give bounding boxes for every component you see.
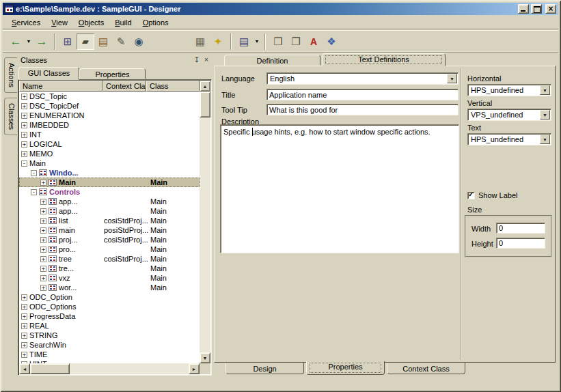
tree-row-list[interactable]: +listcosiStdProj...Main: [19, 216, 200, 225]
menu-item-services[interactable]: Services: [6, 16, 46, 29]
expand-toggle-icon[interactable]: +: [21, 342, 27, 348]
dock-tab-classes[interactable]: Classes: [4, 98, 17, 135]
chevron-down-icon[interactable]: [540, 110, 550, 120]
tree-row-int[interactable]: +INT: [19, 130, 200, 139]
tree-row-main[interactable]: +mainposiStdProj...Main: [19, 225, 200, 235]
expand-toggle-icon[interactable]: +: [21, 323, 27, 329]
tree-row-dsc-topic[interactable]: +DSC_Topic: [19, 92, 200, 101]
expand-toggle-icon[interactable]: +: [21, 94, 27, 100]
expand-toggle-icon[interactable]: +: [40, 247, 46, 253]
title-bar[interactable]: e:\Sample\Sample.dev : SampleGUI - Desig…: [3, 3, 558, 15]
back-button[interactable]: ←: [7, 33, 25, 50]
tree-row-vxz[interactable]: +vxzMain: [19, 273, 200, 283]
tree-row-progressdata[interactable]: +ProgressData: [19, 311, 200, 321]
tab-text-definitions[interactable]: Text Definitions: [322, 53, 446, 66]
expand-toggle-icon[interactable]: +: [40, 199, 46, 205]
tree-row-time[interactable]: +TIME: [19, 350, 200, 359]
expand-toggle-icon[interactable]: +: [21, 333, 27, 339]
expand-toggle-icon[interactable]: +: [21, 113, 27, 119]
width-input[interactable]: [496, 223, 545, 234]
menu-item-view[interactable]: View: [46, 16, 73, 29]
menu-item-options[interactable]: Options: [137, 16, 174, 29]
expand-toggle-icon[interactable]: +: [21, 352, 27, 358]
expand-toggle-icon[interactable]: +: [40, 285, 46, 291]
menu-item-build[interactable]: Build: [109, 16, 137, 29]
window-list-dropdown[interactable]: ▼: [253, 33, 261, 50]
tree-row-app[interactable]: +app...Main: [19, 197, 200, 206]
expand-toggle-icon[interactable]: -: [31, 189, 37, 195]
hierarchy-view-button[interactable]: ⊞: [59, 33, 77, 50]
tree-row-imbedded[interactable]: +IMBEDDED: [19, 120, 200, 130]
expand-toggle-icon[interactable]: +: [40, 237, 46, 243]
language-select[interactable]: English: [266, 72, 459, 85]
tooltip-input[interactable]: [266, 104, 459, 115]
expand-toggle-icon[interactable]: +: [21, 304, 27, 310]
tree-row-pro[interactable]: +pro...Main: [19, 244, 200, 254]
tree-row-odc-option[interactable]: +ODC_Option: [19, 292, 200, 302]
checkbox-icon[interactable]: [467, 192, 475, 199]
expand-toggle-icon[interactable]: +: [21, 141, 27, 148]
tree-row-main[interactable]: +MainMain: [19, 178, 200, 187]
expand-toggle-icon[interactable]: +: [21, 151, 27, 157]
expand-toggle-icon[interactable]: +: [40, 208, 46, 214]
expand-toggle-icon[interactable]: +: [40, 275, 46, 281]
scroll-left-button[interactable]: [19, 363, 30, 374]
cards-button[interactable]: ▦: [191, 33, 209, 50]
expand-toggle-icon[interactable]: +: [40, 227, 46, 234]
expand-toggle-icon[interactable]: +: [40, 218, 46, 224]
palette-button[interactable]: ❖: [323, 33, 340, 50]
height-input[interactable]: [496, 238, 545, 249]
forward-button[interactable]: →: [33, 33, 51, 50]
tree-row-proj[interactable]: +proj...cosiStdProj...Main: [19, 235, 200, 244]
show-label-checkbox[interactable]: Show Label: [467, 191, 518, 199]
expand-toggle-icon[interactable]: +: [21, 313, 27, 320]
tree-row-string[interactable]: +STRING: [19, 331, 200, 340]
edit-document-button[interactable]: ✎: [112, 33, 130, 50]
tree-row-tree[interactable]: +treecosiStdProj...Main: [19, 254, 200, 264]
horizontal-scrollbar-thumb[interactable]: [30, 363, 70, 374]
tab-design[interactable]: Design: [225, 363, 304, 374]
close-button[interactable]: [545, 4, 556, 14]
tree-row-odc-options[interactable]: +ODC_Options: [19, 302, 200, 311]
expand-toggle-icon[interactable]: +: [21, 103, 27, 109]
tab-gui-classes[interactable]: GUI Classes: [18, 67, 79, 80]
vertical-scrollbar[interactable]: [200, 81, 210, 363]
minimize-button[interactable]: [518, 4, 529, 14]
horizontal-scrollbar[interactable]: [19, 363, 200, 374]
tab-properties[interactable]: Properties: [79, 68, 146, 79]
expand-toggle-icon[interactable]: +: [21, 122, 27, 128]
tree-row-windo[interactable]: -Windo...: [19, 168, 200, 178]
column-header-name[interactable]: Name: [19, 81, 102, 92]
vertical-scrollbar-thumb[interactable]: [200, 92, 210, 117]
close-panel-icon[interactable]: ×: [202, 55, 211, 64]
column-header-class[interactable]: Class: [146, 81, 200, 92]
expand-toggle-icon[interactable]: -: [21, 160, 27, 167]
expand-toggle-icon[interactable]: -: [31, 170, 37, 176]
horizontal-select[interactable]: HPS_undefined: [467, 84, 551, 96]
pin-icon[interactable]: ↧: [192, 55, 202, 64]
tab-context-class[interactable]: Context Class: [387, 363, 465, 374]
scroll-right-button[interactable]: [189, 363, 200, 374]
scroll-down-button[interactable]: [200, 352, 210, 363]
print-button[interactable]: ❒: [269, 33, 287, 50]
dock-tab-actions[interactable]: Actions: [4, 57, 17, 93]
tree-row-enumeration[interactable]: +ENUMERATION: [19, 111, 200, 120]
chevron-down-icon[interactable]: [447, 74, 457, 83]
maximize-button[interactable]: [531, 4, 542, 14]
tree-row-memo[interactable]: +MEMO: [19, 149, 200, 158]
notebook-button[interactable]: ▤: [94, 33, 112, 50]
app-icon[interactable]: [5, 5, 14, 13]
expand-toggle-icon[interactable]: +: [40, 180, 46, 186]
tree-row-app[interactable]: +app...Main: [19, 206, 200, 216]
tree-row-tre[interactable]: +tre...Main: [19, 264, 200, 273]
expand-toggle-icon[interactable]: +: [21, 294, 27, 300]
expand-toggle-icon[interactable]: +: [40, 256, 46, 262]
back-history-button[interactable]: ▼: [25, 33, 33, 50]
tree-row-wor[interactable]: +wor...Main: [19, 283, 200, 292]
title-input[interactable]: [266, 89, 459, 100]
tab-definition[interactable]: Definition: [224, 55, 320, 66]
globe-button[interactable]: ◉: [130, 33, 148, 50]
window-list-button[interactable]: ▤: [235, 33, 253, 50]
tree-row-dsc-topicdef[interactable]: +DSC_TopicDef: [19, 101, 200, 111]
expand-toggle-icon[interactable]: +: [40, 266, 46, 272]
